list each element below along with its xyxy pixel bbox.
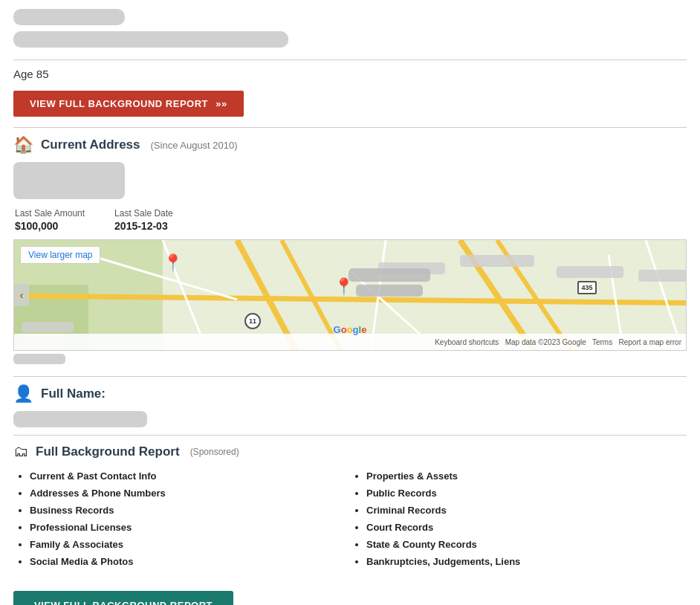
report-column-left: Current & Past Contact Info Addresses & … [13, 470, 350, 573]
address-blurred-top [13, 31, 288, 48]
full-name-section: 👤 Full Name: [0, 377, 700, 435]
last-sale-date-label: Last Sale Date [114, 208, 173, 219]
last-sale-amount-value: $100,000 [15, 220, 85, 232]
list-item: Business Records [30, 505, 350, 516]
map-pin-gray: 📍 [163, 253, 183, 273]
background-report-header: 🗂 Full Background Report (Sponsored) [13, 443, 687, 460]
age-line: Age 85 [0, 60, 700, 86]
map-overlay-1 [349, 268, 430, 282]
top-section [0, 0, 700, 59]
report-icon: 🗂 [13, 443, 28, 460]
current-address-header: 🏠 Current Address (Since August 2010) [13, 135, 687, 155]
map-footer-text: Keyboard shortcuts Map data ©2023 Google… [435, 338, 681, 346]
full-name-header: 👤 Full Name: [13, 384, 687, 404]
arrows-icon: »» [215, 98, 227, 109]
last-sale-amount-label: Last Sale Amount [15, 208, 85, 219]
list-item: Court Records [366, 522, 687, 533]
map-footer-bar: Keyboard shortcuts Map data ©2023 Google… [14, 334, 686, 350]
map-container[interactable]: 📍 📍 View larger map Keyboard shortcuts M… [13, 239, 687, 351]
background-report-title: Full Background Report [36, 444, 180, 459]
home-icon: 🏠 [13, 135, 33, 155]
list-item: Professional Licenses [30, 522, 350, 533]
svg-rect-17 [638, 270, 686, 282]
view-report-red-button[interactable]: VIEW FULL BACKGROUND REPORT »» [13, 91, 244, 117]
person-icon: 👤 [13, 384, 33, 404]
current-address-title: Current Address [41, 138, 140, 152]
view-report-red-label: VIEW FULL BACKGROUND REPORT [30, 98, 208, 109]
sale-info: Last Sale Amount $100,000 Last Sale Date… [13, 208, 687, 232]
list-item: Family & Associates [30, 539, 350, 550]
report-columns: Current & Past Contact Info Addresses & … [13, 470, 687, 573]
list-item: Public Records [366, 488, 687, 499]
last-sale-amount-item: Last Sale Amount $100,000 [15, 208, 85, 232]
last-sale-date-value: 2015-12-03 [114, 220, 173, 232]
view-larger-map-button[interactable]: View larger map [20, 246, 100, 264]
route-435-badge: 435 [577, 281, 597, 294]
current-address-subtitle: (Since August 2010) [151, 140, 238, 151]
map-overlay-2 [356, 285, 423, 297]
list-item: Current & Past Contact Info [30, 470, 350, 482]
report-column-right: Properties & Assets Public Records Crimi… [350, 470, 687, 573]
full-name-blurred [13, 411, 147, 427]
view-report-teal-button[interactable]: VIEW FULL BACKGROUND REPORT [13, 591, 233, 605]
list-item: Bankruptcies, Judgements, Liens [366, 556, 687, 567]
svg-rect-15 [460, 255, 534, 267]
map-left-arrow[interactable]: ‹ [14, 284, 29, 306]
list-item: State & County Records [366, 539, 687, 550]
list-item: Criminal Records [366, 505, 687, 516]
svg-rect-16 [557, 266, 623, 278]
full-name-title: Full Name: [41, 386, 106, 401]
list-item: Addresses & Phone Numbers [30, 488, 350, 499]
address-blurred-block [13, 162, 125, 199]
name-blurred [13, 9, 125, 25]
map-note-blurred [13, 354, 65, 364]
report-right-list: Properties & Assets Public Records Crimi… [350, 470, 687, 567]
last-sale-date-item: Last Sale Date 2015-12-03 [114, 208, 173, 232]
svg-rect-18 [22, 322, 74, 332]
background-report-section: 🗂 Full Background Report (Sponsored) Cur… [0, 436, 700, 605]
current-address-section: 🏠 Current Address (Since August 2010) La… [0, 128, 700, 376]
sponsored-tag: (Sponsored) [190, 447, 239, 457]
list-item: Social Media & Photos [30, 556, 350, 567]
google-logo: Google [334, 324, 367, 335]
route-11-badge: 11 [244, 313, 261, 329]
list-item: Properties & Assets [366, 470, 687, 482]
report-left-list: Current & Past Contact Info Addresses & … [13, 470, 350, 567]
